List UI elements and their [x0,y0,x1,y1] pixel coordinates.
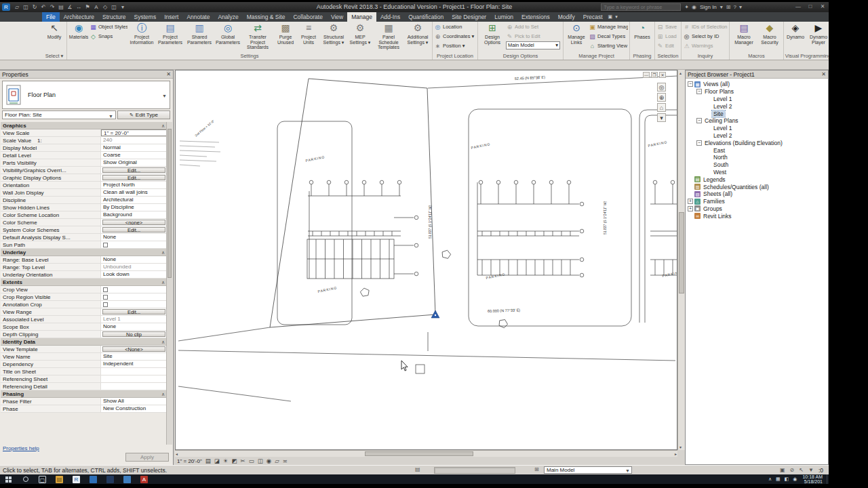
tree-item-ceiling-plans[interactable]: −Ceiling Plans [686,117,828,125]
shadows-icon[interactable]: ◩ [231,458,237,464]
default-3d-view-icon[interactable]: ◇ [102,3,108,12]
tray-network-icon[interactable]: ▦ [776,476,781,482]
system-color-schemes-button[interactable]: Edit... [102,227,165,232]
show-desktop-button[interactable] [827,474,829,484]
tab-architecture[interactable]: Architecture [60,12,98,22]
tree-item-schedules-quantities-all[interactable]: ▥Schedules/Quantities (all) [686,183,828,190]
properties-scroll-thumb[interactable] [167,129,172,278]
property-section-identity-data[interactable]: Identity Data∧ [1,338,167,346]
property-value[interactable]: New Construction [101,405,167,412]
position-button[interactable]: ∗Position ▾ [434,41,476,50]
tab-annotate[interactable]: Annotate [182,12,214,22]
text-icon[interactable]: A [93,3,100,12]
materials-button[interactable]: ◉Materials [68,22,89,54]
tab-site-designer[interactable]: Site Designer [448,12,490,22]
tray-volume-icon[interactable]: ◧ [785,476,789,482]
ids-of-selection-button[interactable]: #IDs of Selection [683,22,728,31]
taskbar-autocad[interactable]: A [136,474,153,484]
tab-view[interactable]: View [327,12,347,22]
scroll-down-icon[interactable]: ▾ [679,445,682,449]
additional-settings-button[interactable]: ⚙Additional Settings ▾ [405,22,431,54]
macro-security-button[interactable]: ◆Macro Security [757,22,782,54]
phases-button[interactable]: ◔Phases [631,22,653,54]
tree-item-level-1[interactable]: Level 1 [686,125,828,132]
navbar-chevron-icon[interactable]: ▾ [657,113,666,122]
property-section-graphics[interactable]: Graphics∧ [1,122,167,129]
property-value[interactable]: None [101,256,167,263]
dimension-north[interactable]: 52.45 (N 85°38' E) [515,75,546,81]
detail-level-icon[interactable]: ▤ [205,458,211,464]
drawing-viewport[interactable]: PARKING PARKING PARKING PARKING PARKING … [175,70,677,450]
instance-chevron-icon[interactable]: ▼ [108,113,113,120]
property-value[interactable]: None [101,234,167,241]
object-styles-button[interactable]: ▦Object Styles [90,22,127,31]
property-value[interactable] [101,368,167,375]
property-value[interactable]: Edit... [101,174,167,181]
taskbar-file-explorer[interactable]: ▤ [51,474,68,484]
visual-style-icon[interactable]: ◪ [214,458,220,464]
parking-label[interactable]: PARKING [471,142,491,150]
global-parameters-button[interactable]: ◎Global Parameters [214,22,241,54]
properties-close-icon[interactable]: ✕ [166,70,171,79]
modify-button[interactable]: ↖Modify [43,22,65,54]
property-value[interactable] [101,286,167,293]
show-crop-region-icon[interactable]: ▭ [249,458,254,464]
add-to-set-button[interactable]: ⊕Add to Set [506,22,561,31]
project-units-button[interactable]: ≡Project Units [298,22,319,54]
collapse-icon[interactable]: − [688,81,693,87]
ribbon-cycle-icon[interactable]: ▾ [614,12,619,22]
sun-path-checkbox[interactable] [103,243,108,247]
crop-view-checkbox[interactable] [103,287,108,292]
tab-analyze[interactable]: Analyze [214,12,242,22]
decal-types-button[interactable]: ▨Decal Types [589,32,628,41]
ribbon-panel-label-manage-project[interactable]: Manage Project [564,53,629,60]
taskbar-revit[interactable]: R [68,474,85,484]
purge-unused-button[interactable]: ▩Purge Unused [274,22,297,54]
collapse-icon[interactable]: − [696,118,702,123]
view-restore-icon[interactable]: ❐ [651,72,658,78]
property-value[interactable]: Edit... [101,226,167,233]
parking-label[interactable]: PARKING [662,270,677,278]
ribbon-panel-label-design-options[interactable]: Design Options [478,53,563,60]
starting-view-button[interactable]: ⌂Starting View [589,41,628,50]
design-options-button[interactable]: ⊞Design Options [479,22,505,54]
road[interactable] [178,332,675,401]
property-section-underlay[interactable]: Underlay∧ [1,249,167,256]
parking-label[interactable]: PARKING [486,272,506,280]
pick-to-edit-button[interactable]: ✎Pick to Edit [506,32,561,41]
filter-icon[interactable]: ▼ [808,466,814,474]
view-range-button[interactable]: Edit... [102,309,165,314]
dimension-east-1[interactable]: 51.837 (S 1°24'11" W) [428,205,432,239]
exchange-apps-icon[interactable]: ✦ [684,4,689,10]
taskbar-clock[interactable]: 10:18 AM 5/18/201 [802,474,823,485]
section-collapse-icon[interactable]: ∧ [161,338,165,346]
tray-notification-icon[interactable]: ◉ [793,476,797,482]
tab-manage[interactable]: Manage [347,12,376,22]
revit-app-icon[interactable]: R [2,3,10,11]
visibility-graphics-overri-button[interactable]: Edit... [102,167,165,173]
tab-file[interactable]: File [42,12,60,22]
sign-in-avatar-icon[interactable]: ◉ [692,4,696,10]
tab-modify[interactable]: Modify [554,12,579,22]
type-selector[interactable]: Floor Plan ▼ [2,81,170,109]
view-scale-button[interactable]: 1" = 20'-0" [177,458,202,464]
tab-structure[interactable]: Structure [98,12,130,22]
property-value[interactable]: Architectural [101,197,167,203]
pan-icon[interactable]: ⌂ [657,103,666,112]
parking-stalls[interactable] [307,180,677,279]
save-button[interactable]: ⊟Save [656,22,679,31]
parking-label[interactable]: PARKING [305,155,326,163]
property-value[interactable]: None [101,323,167,330]
tree-item-north[interactable]: North [686,154,828,161]
project-browser-close-icon[interactable]: ✕ [821,70,826,79]
main-model-dropdown[interactable]: Main Model▾ [506,41,560,49]
tab-extensions[interactable]: Extensions [517,12,554,22]
ribbon-panel-label-project-location[interactable]: Project Location [433,53,477,60]
parking-label[interactable]: PARKING [317,285,338,293]
scroll-up-icon[interactable]: ▴ [679,70,682,75]
exclude-options-icon[interactable]: ⊘ [790,466,795,474]
tab-systems[interactable]: Systems [130,12,161,22]
property-value[interactable] [101,293,167,300]
ribbon-panel-label-inquiry[interactable]: Inquiry [682,53,729,60]
apply-button[interactable]: Apply [125,453,169,462]
